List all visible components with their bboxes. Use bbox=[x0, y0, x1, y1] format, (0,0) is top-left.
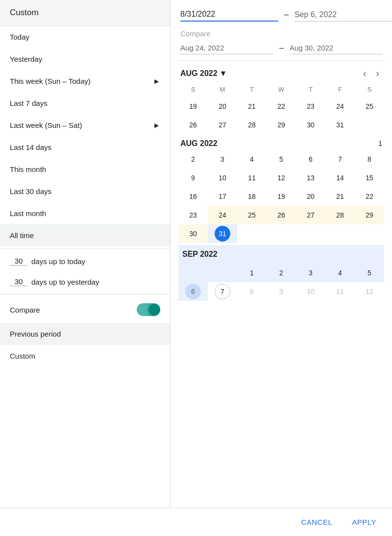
cal-sep-7[interactable]: 7 bbox=[208, 282, 237, 301]
cal-cell-24[interactable]: 24 bbox=[325, 97, 355, 116]
compare-section-label: Compare bbox=[178, 25, 384, 40]
sidebar-item-all-time-label: All time bbox=[10, 231, 34, 240]
cal-cell-20[interactable]: 20 bbox=[208, 97, 237, 116]
date-dash-2: – bbox=[279, 44, 284, 52]
cal-aug-22[interactable]: 22 bbox=[355, 187, 384, 206]
cal-cell-19[interactable]: 19 bbox=[178, 97, 208, 116]
cal-aug-empty-3 bbox=[296, 224, 325, 243]
cal-aug-12[interactable]: 12 bbox=[267, 169, 296, 187]
cal-aug-21[interactable]: 21 bbox=[325, 187, 355, 206]
cal-cell-31[interactable]: 31 bbox=[325, 116, 355, 134]
days-up-to-today-row[interactable]: days up to today bbox=[0, 251, 170, 271]
cal-aug-20[interactable]: 20 bbox=[296, 187, 325, 206]
cal-aug-19[interactable]: 19 bbox=[267, 187, 296, 206]
cal-aug-6[interactable]: 6 bbox=[296, 150, 325, 169]
sidebar-item-this-week[interactable]: This week (Sun – Today) ► bbox=[0, 70, 170, 92]
sidebar-item-last-7-days[interactable]: Last 7 days bbox=[0, 92, 170, 114]
cal-cell-23[interactable]: 23 bbox=[296, 97, 325, 116]
cal-aug-11[interactable]: 11 bbox=[237, 169, 267, 187]
cal-cell-26[interactable]: 26 bbox=[178, 116, 208, 134]
sidebar-item-last-week[interactable]: Last week (Sun – Sat) ► bbox=[0, 114, 170, 136]
cal-aug-empty-1 bbox=[237, 224, 267, 243]
cancel-button[interactable]: CANCEL bbox=[295, 514, 338, 530]
compare-toggle[interactable] bbox=[137, 303, 160, 316]
cal-sep-9[interactable]: 9 bbox=[267, 282, 296, 301]
cal-aug-18[interactable]: 18 bbox=[237, 187, 267, 206]
sidebar-item-last-30-days[interactable]: Last 30 days bbox=[0, 180, 170, 202]
cal-row-2: 26 27 28 29 30 31 bbox=[178, 116, 384, 134]
cal-sep-8[interactable]: 8 bbox=[237, 282, 267, 301]
sidebar-item-yesterday[interactable]: Yesterday bbox=[0, 48, 170, 70]
cal-aug-28[interactable]: 28 bbox=[325, 206, 355, 224]
cal-sep-1[interactable]: 1 bbox=[237, 264, 267, 282]
cal-aug-29[interactable]: 29 bbox=[355, 206, 384, 224]
sidebar-item-last-week-label: Last week (Sun – Sat) bbox=[10, 121, 82, 129]
cal-aug-5[interactable]: 5 bbox=[267, 150, 296, 169]
end-date-input[interactable] bbox=[294, 8, 392, 22]
cal-row-sep-1: 1 2 3 4 5 bbox=[178, 264, 384, 282]
cal-aug-8[interactable]: 8 bbox=[355, 150, 384, 169]
cal-cell-30[interactable]: 30 bbox=[296, 116, 325, 134]
next-month-arrow[interactable]: › bbox=[373, 67, 382, 80]
cal-sep-4[interactable]: 4 bbox=[325, 264, 355, 282]
selected-31: 31 bbox=[215, 226, 230, 242]
cal-aug-14[interactable]: 14 bbox=[325, 169, 355, 187]
cal-cell-28[interactable]: 28 bbox=[237, 116, 267, 134]
sidebar-item-all-time[interactable]: All time bbox=[0, 224, 170, 246]
sidebar-item-this-month[interactable]: This month bbox=[0, 158, 170, 180]
cal-sep-10[interactable]: 10 bbox=[296, 282, 325, 301]
aug-month-label: AUG 2022 bbox=[180, 139, 218, 148]
day-header-w1: W bbox=[267, 84, 296, 95]
calendar-panel: – Compare – AUG 2022 ▼ ‹ › S bbox=[171, 0, 392, 508]
days-up-to-today-label: days up to today bbox=[31, 257, 85, 266]
days-up-to-yesterday-input[interactable] bbox=[10, 277, 27, 286]
compare-end-date-input[interactable] bbox=[290, 42, 383, 54]
cal-cell-22[interactable]: 22 bbox=[267, 97, 296, 116]
month-nav-label[interactable]: AUG 2022 ▼ bbox=[180, 69, 227, 78]
cal-aug-16[interactable]: 16 bbox=[178, 187, 208, 206]
apply-button[interactable]: APPLY bbox=[346, 514, 382, 530]
cal-cell-29[interactable]: 29 bbox=[267, 116, 296, 134]
sidebar-item-custom-top[interactable]: Custom bbox=[0, 0, 170, 26]
cal-aug-15[interactable]: 15 bbox=[355, 169, 384, 187]
cal-cell-21[interactable]: 21 bbox=[237, 97, 267, 116]
cal-aug-31[interactable]: 31 bbox=[208, 224, 237, 243]
sidebar-item-last-month[interactable]: Last month bbox=[0, 202, 170, 224]
cal-sep-3[interactable]: 3 bbox=[296, 264, 325, 282]
footer: CANCEL APPLY bbox=[0, 508, 392, 536]
cal-aug-26[interactable]: 26 bbox=[267, 206, 296, 224]
cal-aug-27[interactable]: 27 bbox=[296, 206, 325, 224]
cal-aug-9[interactable]: 9 bbox=[178, 169, 208, 187]
sidebar-item-previous-period[interactable]: Previous period bbox=[0, 323, 170, 345]
cal-cell-27[interactable]: 27 bbox=[208, 116, 237, 134]
cal-aug-7[interactable]: 7 bbox=[325, 150, 355, 169]
cal-aug-24[interactable]: 24 bbox=[208, 206, 237, 224]
cal-cell-25[interactable]: 25 bbox=[355, 97, 384, 116]
calendar-grid: S M T W T F S 19 20 21 22 23 24 25 26 bbox=[178, 84, 384, 301]
sidebar-item-this-month-label: This month bbox=[10, 165, 46, 173]
cal-aug-13[interactable]: 13 bbox=[296, 169, 325, 187]
cal-aug-2[interactable]: 2 bbox=[178, 150, 208, 169]
cal-aug-17[interactable]: 17 bbox=[208, 187, 237, 206]
sidebar-item-today[interactable]: Today bbox=[0, 26, 170, 48]
cal-sep-12[interactable]: 12 bbox=[355, 282, 384, 301]
cal-aug-30[interactable]: 30 bbox=[178, 224, 208, 243]
sidebar-item-custom-compare[interactable]: Custom bbox=[0, 345, 170, 367]
cal-sep-6[interactable]: 6 bbox=[178, 282, 208, 301]
cal-sep-5[interactable]: 5 bbox=[355, 264, 384, 282]
cal-sep-2[interactable]: 2 bbox=[267, 264, 296, 282]
cal-aug-10[interactable]: 10 bbox=[208, 169, 237, 187]
cal-sep-11[interactable]: 11 bbox=[325, 282, 355, 301]
prev-month-arrow[interactable]: ‹ bbox=[360, 67, 369, 80]
start-date-input[interactable] bbox=[180, 8, 278, 22]
cal-aug-4[interactable]: 4 bbox=[237, 150, 267, 169]
sidebar-item-last-14-days[interactable]: Last 14 days bbox=[0, 136, 170, 158]
cal-aug-3[interactable]: 3 bbox=[208, 150, 237, 169]
cal-aug-25[interactable]: 25 bbox=[237, 206, 267, 224]
days-up-to-today-input[interactable] bbox=[10, 257, 27, 266]
dropdown-arrow-icon: ▼ bbox=[220, 69, 227, 78]
compare-start-date-input[interactable] bbox=[180, 42, 273, 54]
cal-aug-23[interactable]: 23 bbox=[178, 206, 208, 224]
compare-row-label: Compare bbox=[10, 306, 40, 314]
days-up-to-yesterday-row[interactable]: days up to yesterday bbox=[0, 271, 170, 292]
